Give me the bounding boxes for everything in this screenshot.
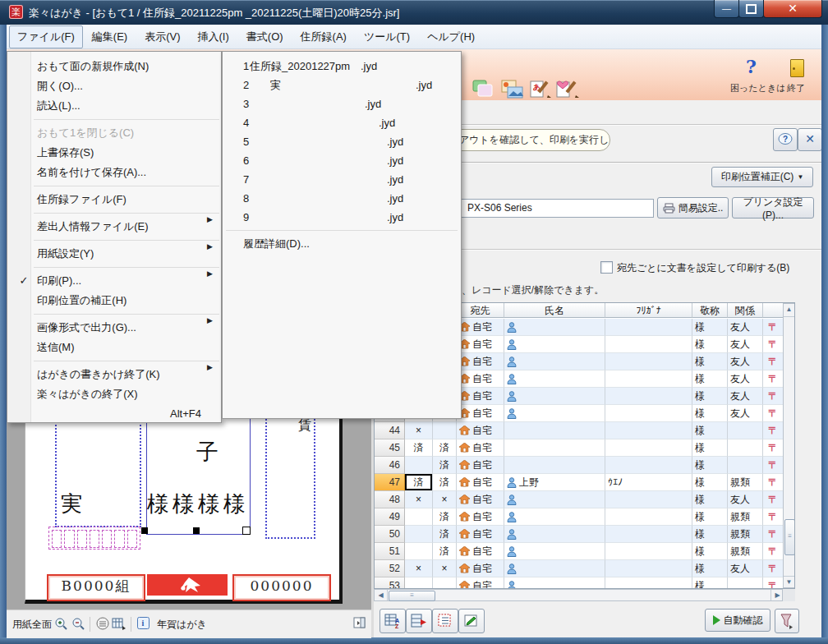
recent-file-item[interactable]: 8.jyd — [223, 189, 461, 208]
cell-post[interactable]: 〒 — [763, 336, 784, 353]
cell-rel[interactable]: 友人 — [728, 370, 763, 388]
cell-c2[interactable] — [433, 577, 457, 589]
resize-handle-left[interactable] — [141, 527, 148, 534]
panel-help-button[interactable]: ? — [773, 128, 798, 151]
cell-c2[interactable]: 済 — [433, 508, 457, 526]
cell-rel[interactable]: 親類 — [728, 508, 763, 526]
menubar-item-6[interactable]: 住所録(A) — [292, 25, 355, 48]
cell-post[interactable]: 〒 — [763, 560, 784, 577]
table-row[interactable]: 47済済自宅上野ｳｴﾉ様親類〒 — [375, 474, 784, 491]
file-menu-item[interactable]: はがきの書きかけ終了(K) — [7, 365, 221, 384]
cell-name[interactable] — [504, 319, 605, 336]
cell-dest[interactable]: 自宅 — [457, 422, 504, 439]
exit-door-icon[interactable] — [790, 59, 804, 77]
postal-mark-icon[interactable]: 〒 — [768, 493, 778, 507]
close-button[interactable]: ✕ — [763, 0, 822, 18]
cell-dest[interactable]: 自宅 — [457, 319, 504, 336]
text-edit-icon[interactable]: あ — [530, 79, 552, 103]
cell-c1[interactable]: × — [405, 491, 433, 508]
menubar-item-7[interactable]: ツール(T) — [356, 25, 418, 48]
cell-kei[interactable]: 様 — [692, 560, 728, 577]
auto-confirm-button[interactable]: 自動確認 — [705, 609, 770, 632]
cell-c1[interactable] — [405, 577, 433, 589]
file-menu-item[interactable]: 差出人情報ファイル(E)▶ — [7, 217, 221, 237]
cell-num[interactable]: 45 — [375, 439, 405, 457]
file-menu-item[interactable]: 住所録ファイル(F)▶ — [7, 190, 221, 209]
cell-rel[interactable] — [728, 457, 763, 474]
menubar-item-3[interactable]: 表示(V) — [136, 25, 188, 48]
menubar-item-5[interactable]: 書式(O) — [238, 25, 292, 48]
cell-kei[interactable]: 様 — [692, 353, 728, 370]
resize-handle-right[interactable] — [242, 527, 251, 535]
per-address-checkbox-label[interactable]: 宛先ごとに文書を設定して印刷する(B) — [617, 261, 789, 275]
cell-rel[interactable]: 友人 — [728, 388, 763, 405]
scroll-up-icon[interactable]: ▲ — [784, 304, 794, 317]
postal-mark-icon[interactable]: 〒 — [768, 389, 778, 403]
cell-c2[interactable]: 済 — [433, 526, 457, 543]
file-menu-item[interactable]: 用紙設定(Y)▶ — [7, 244, 221, 264]
cell-furi[interactable] — [605, 388, 692, 405]
cell-kei[interactable]: 様 — [692, 543, 728, 560]
cell-num[interactable]: 51 — [375, 543, 405, 560]
sort-records-button[interactable]: AZ — [380, 609, 406, 633]
cell-post[interactable]: 〒 — [763, 405, 784, 422]
cell-kei[interactable]: 様 — [692, 422, 728, 439]
postal-mark-icon[interactable]: 〒 — [768, 579, 778, 590]
cell-name[interactable] — [504, 422, 605, 439]
vertical-scrollbar[interactable]: ▲ ≡ ▼ — [783, 303, 795, 588]
edit-record-button[interactable] — [458, 609, 485, 633]
cell-name[interactable] — [504, 388, 605, 405]
cell-c2[interactable] — [433, 422, 457, 439]
postal-mark-icon[interactable]: 〒 — [768, 510, 778, 524]
cell-post[interactable]: 〒 — [763, 526, 784, 543]
exit-label[interactable]: 終了 — [787, 82, 805, 94]
print-position-adjust-button[interactable]: 印刷位置補正(C) ▼ — [711, 167, 813, 187]
cell-dest[interactable]: 自宅 — [457, 457, 504, 474]
cell-furi[interactable] — [605, 370, 692, 388]
cell-num[interactable]: 48 — [375, 491, 405, 508]
page-view-icon[interactable] — [95, 616, 109, 630]
cell-dest[interactable]: 自宅 — [457, 577, 504, 589]
cell-c1[interactable] — [405, 457, 433, 474]
cell-furi[interactable]: ｳｴﾉ — [605, 474, 692, 491]
zoom-in-icon[interactable] — [53, 616, 67, 630]
cell-name[interactable] — [504, 560, 605, 577]
postal-mark-icon[interactable]: 〒 — [768, 527, 778, 541]
cell-name[interactable]: 上野 — [504, 474, 605, 491]
recent-file-item[interactable]: 1住所録_20201227pm.jyd — [223, 57, 461, 76]
recent-file-item[interactable]: 3.jyd — [223, 94, 461, 113]
vertical-scroll-thumb[interactable]: ≡ — [784, 519, 795, 555]
cell-kei[interactable]: 様 — [692, 405, 728, 422]
cell-post[interactable]: 〒 — [763, 319, 784, 336]
scroll-right-icon[interactable]: ▶ — [770, 590, 784, 600]
cell-post[interactable]: 〒 — [763, 543, 784, 560]
column-header-dest[interactable]: 宛先 — [457, 303, 504, 318]
recent-file-item[interactable]: 6.jyd — [223, 151, 461, 170]
cell-dest[interactable]: 自宅 — [457, 405, 504, 422]
postal-mark-icon[interactable]: 〒 — [768, 458, 778, 472]
horizontal-scrollbar[interactable]: ◀ ≡ ▶ — [374, 589, 783, 601]
table-row[interactable]: 46済自宅様〒 — [375, 457, 784, 474]
cell-kei[interactable]: 様 — [692, 508, 728, 526]
cell-dest[interactable]: 自宅 — [457, 388, 504, 405]
cell-furi[interactable] — [605, 491, 692, 508]
cell-rel[interactable]: 親類 — [728, 543, 763, 560]
column-header-post[interactable] — [763, 303, 784, 318]
column-header-name[interactable]: 氏名 — [504, 303, 605, 318]
cell-num[interactable]: 52 — [375, 560, 405, 577]
recent-file-item[interactable]: 7.jyd — [223, 170, 461, 189]
recent-file-item[interactable]: 4.jyd — [223, 113, 461, 132]
horizontal-scroll-thumb[interactable]: ≡ — [389, 591, 435, 601]
postal-mark-icon[interactable]: 〒 — [768, 355, 778, 369]
cell-kei[interactable]: 様 — [692, 474, 728, 491]
cell-dest[interactable]: 自宅 — [457, 439, 504, 457]
cell-name[interactable] — [504, 336, 605, 353]
file-menu-item[interactable]: 送信(M)▶ — [7, 338, 221, 357]
postal-mark-icon[interactable]: 〒 — [768, 372, 778, 386]
cell-kei[interactable]: 様 — [692, 526, 728, 543]
cell-rel[interactable]: 友人 — [728, 405, 763, 422]
postal-mark-icon[interactable]: 〒 — [768, 441, 778, 455]
help-label[interactable]: 困ったときは — [730, 82, 785, 94]
cell-dest[interactable]: 自宅 — [457, 353, 504, 370]
layers-icon[interactable] — [472, 80, 494, 101]
